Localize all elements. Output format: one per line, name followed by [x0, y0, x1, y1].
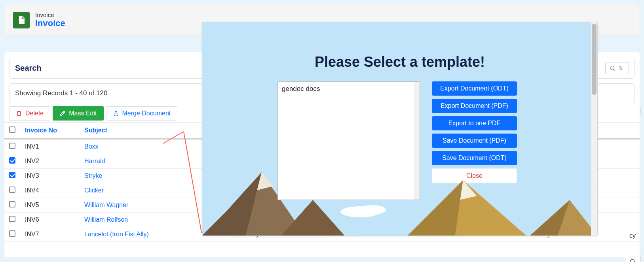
- save-pdf-button[interactable]: Save Document (PDF): [432, 134, 517, 148]
- search-placeholder: S: [618, 65, 622, 72]
- row-checkbox[interactable]: [9, 201, 15, 207]
- cell-subject[interactable]: Clicker: [80, 183, 206, 198]
- cell-invoice-no: INV2: [20, 154, 80, 169]
- merge-document-button[interactable]: Merge Document: [106, 106, 178, 121]
- cell-subject[interactable]: William Wagner: [80, 198, 206, 213]
- search-input[interactable]: S: [605, 62, 629, 74]
- svg-point-5: [358, 205, 386, 215]
- search-heading: Search: [15, 64, 42, 73]
- records-count-text: Showing Records 1 - 40 of 120: [15, 89, 107, 97]
- export-odt-button[interactable]: Export Document (ODT): [432, 81, 517, 96]
- row-checkbox[interactable]: [9, 143, 15, 149]
- template-option[interactable]: gendoc docs: [282, 85, 416, 93]
- cell-invoice-no: INV5: [20, 198, 80, 213]
- mass-edit-button-label: Mass Edit: [69, 110, 97, 117]
- modal-title: Please Select a template!: [202, 54, 597, 70]
- export-pdf-button[interactable]: Export Document (PDF): [432, 99, 517, 113]
- svg-point-0: [630, 259, 635, 262]
- delete-button-label: Delete: [25, 110, 44, 117]
- row-checkbox[interactable]: [9, 216, 15, 222]
- cell-subject[interactable]: William Rolfson: [80, 213, 206, 227]
- delete-button[interactable]: Delete: [9, 106, 50, 121]
- cell-subject[interactable]: Lancelot (Iron Fist Ally): [80, 227, 206, 242]
- row-checkbox[interactable]: [9, 187, 15, 193]
- template-select-list[interactable]: gendoc docs: [277, 81, 420, 200]
- header-module-label: Invoice: [35, 11, 65, 18]
- merge-document-button-label: Merge Document: [122, 110, 171, 117]
- cell-invoice-no: INV1: [20, 139, 80, 154]
- svg-point-2: [610, 66, 614, 70]
- document-icon: [13, 12, 30, 28]
- row-checkbox[interactable]: [9, 230, 15, 237]
- save-odt-button[interactable]: Save Document (ODT): [432, 151, 517, 165]
- template-modal: Please Select a template! gendoc docs Ex…: [202, 22, 598, 236]
- cell-invoice-no: INV7: [20, 227, 80, 242]
- header-title: Invoice: [35, 18, 65, 28]
- text-fragment: cy: [629, 232, 636, 239]
- cell-invoice-no: INV4: [20, 183, 80, 198]
- column-subject[interactable]: Subject: [80, 123, 206, 139]
- cell-invoice-no: INV6: [20, 213, 80, 227]
- svg-line-3: [614, 69, 615, 71]
- modal-scrollbar[interactable]: [591, 22, 597, 236]
- cell-invoice-no: INV3: [20, 169, 80, 183]
- select-all-header[interactable]: [4, 123, 20, 139]
- cell-subject[interactable]: Stryke: [80, 169, 206, 183]
- column-invoice-no[interactable]: Invoice No: [20, 123, 80, 139]
- export-one-pdf-button[interactable]: Export to one PDF: [432, 116, 517, 130]
- row-checkbox[interactable]: [9, 157, 15, 164]
- row-checkbox[interactable]: [9, 172, 15, 178]
- mass-edit-button[interactable]: Mass Edit: [53, 106, 103, 121]
